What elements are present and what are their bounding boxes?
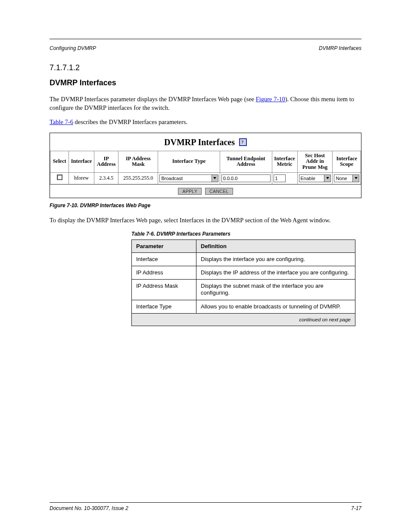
table-row: Interface TypeAllows you to enable broad… [132,300,355,313]
col-mask: IP Address Mask [118,151,158,172]
col-metric: Interface Metric [272,151,297,172]
page-footer: Document No. 10-300077, Issue 2 7-17 [50,502,361,511]
figure-screenshot: DVMRP Interfaces Select Interface IP Add… [50,133,361,198]
apply-button[interactable]: APPLY [178,188,202,195]
svg-marker-2 [355,177,358,179]
table-row: IP Address MaskDisplays the subnet mask … [132,280,355,300]
table-header-row: Select Interface IP Address IP Address M… [50,151,361,172]
table-row: IP AddressDisplays the IP address of the… [132,266,355,279]
chevron-down-icon [212,175,218,182]
svg-marker-1 [326,177,329,179]
figure-title: DVMRP Interfaces [164,137,235,147]
help-icon[interactable] [239,138,247,146]
interface-type-select[interactable]: Broadcast [159,174,218,182]
scope-select[interactable]: None [334,174,359,182]
parameters-table: Parameter Definition InterfaceDisplays t… [131,240,355,327]
link-figure[interactable]: Figure 7-10 [256,96,285,103]
paragraph-2: Table 7-6 describes the DVMRP Interfaces… [50,118,361,127]
cell-mask: 255.255.255.0 [118,172,158,184]
table-row: hforew 2.3.4.5 255.255.255.0 Broadcast 0… [50,172,361,184]
figure-caption: Figure 7-10. DVMRP Interfaces Web Page [50,202,361,208]
col-interface: Interface [69,151,94,172]
select-checkbox[interactable] [57,174,62,180]
col-select: Select [50,151,69,172]
continued-row: continued on next page [132,313,355,326]
table-caption: Table 7-6. DVMRP Interfaces Parameters [131,231,361,237]
col-tunnel: Tunnel Endpoint Address [220,151,272,172]
cell-interface: hforew [69,172,94,184]
svg-marker-0 [213,177,216,179]
col-src: Src Host Addr in Prune Msg [297,151,333,172]
cell-ip: 2.3.4.5 [94,172,118,184]
footer-left: Document No. 10-300077, Issue 2 [50,505,128,511]
paragraph-1: The DVMRP Interfaces parameter displays … [50,95,361,112]
footer-right: 7-17 [351,505,361,511]
table-row: InterfaceDisplays the interface you are … [132,252,355,266]
header-left: Configuring DVMRP [50,45,96,51]
col-parameter: Parameter [132,240,196,252]
col-definition: Definition [196,240,355,252]
dvmrp-table: Select Interface IP Address IP Address M… [50,151,361,184]
chevron-down-icon [352,175,359,182]
chevron-down-icon [324,175,330,182]
src-host-select[interactable]: Enable [299,174,331,182]
col-scope: Interface Scope [333,151,361,172]
metric-input[interactable]: 1 [274,174,286,182]
cancel-button[interactable]: CANCEL [205,188,233,195]
section-title: DVMRP Interfaces [50,78,361,87]
col-ip: IP Address [94,151,118,172]
section-number: 7.1.7.1.2 [50,63,361,72]
link-table[interactable]: Table 7-6 [50,118,73,125]
paragraph-3: To display the DVMRP Interfaces Web page… [50,216,361,225]
page-header: Configuring DVMRP DVMRP Interfaces [50,45,361,51]
header-right: DVMRP Interfaces [319,45,361,51]
col-type: Interface Type [158,151,220,172]
tunnel-endpoint-input[interactable]: 0.0.0.0 [221,174,271,182]
